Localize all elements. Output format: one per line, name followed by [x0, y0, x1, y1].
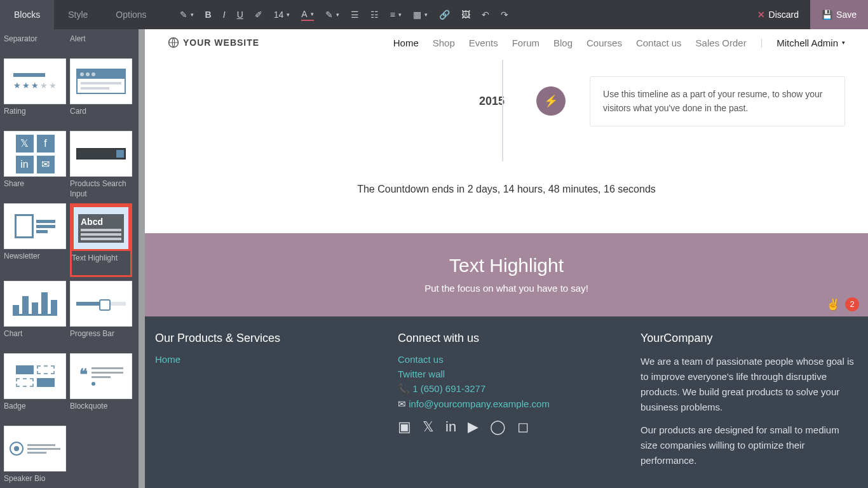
nav-shop[interactable]: Shop — [433, 37, 455, 48]
page-canvas: YOUR WEBSITE Home Shop Events Forum Blog… — [145, 29, 868, 488]
block-blockquote[interactable]: ❝Blockquote — [70, 353, 132, 422]
discard-button[interactable]: ✕Discard — [746, 0, 810, 29]
blocks-sidebar: Separator Alert ★★★★★Rating Card 𝕏fin✉Sh… — [0, 29, 145, 488]
editor-toolbar: Blocks Style Options ✎▾ B I U ✐ 14▾ A▾ ✎… — [0, 0, 868, 29]
toolbar-tabs: Blocks Style Options — [0, 0, 161, 29]
social-icons: ▣ 𝕏 in ▶ ◯ ◻ — [398, 419, 615, 435]
email-icon: ✉ — [398, 398, 406, 409]
footer-connect: Connect with us Contact us Twitter wall … — [398, 332, 615, 476]
timeline-item[interactable]: 2015 ⚡ Use this timeline as a part of yo… — [479, 60, 845, 126]
linkedin-icon[interactable]: in — [445, 419, 456, 435]
globe-icon — [168, 37, 179, 48]
block-chart[interactable]: Chart — [4, 281, 66, 349]
redo-icon[interactable]: ↷ — [501, 10, 508, 20]
nav-divider: | — [761, 37, 763, 48]
timeline-section: 2015 ⚡ Use this timeline as a part of yo… — [145, 60, 868, 165]
italic-icon[interactable]: I — [223, 10, 226, 20]
block-text-highlight[interactable]: AbcdText Highlight — [70, 203, 132, 277]
bolt-icon: ⚡ — [544, 94, 558, 108]
nav-home[interactable]: Home — [393, 37, 419, 48]
image-icon[interactable]: 🖼 — [461, 10, 470, 20]
footer-products: Our Products & Services Home — [155, 332, 372, 476]
save-icon: 💾 — [822, 10, 832, 20]
highlight-title: Text Highlight — [145, 255, 868, 276]
footer-connect-title: Connect with us — [398, 332, 615, 345]
table-icon[interactable]: ▦▾ — [413, 10, 428, 20]
footer-products-title: Our Products & Services — [155, 332, 372, 345]
footer-about: YourCompany We are a team of passionate … — [641, 332, 858, 476]
tab-blocks[interactable]: Blocks — [0, 0, 54, 29]
highlight-badges: ✌️ 2 — [826, 297, 859, 311]
countdown-text[interactable]: The Countdown ends in 2 days, 14 hours, … — [145, 165, 868, 233]
timeline-card[interactable]: Use this timeline as a part of your resu… — [590, 76, 845, 126]
block-rating[interactable]: ★★★★★Rating — [4, 58, 66, 127]
underline-icon[interactable]: U — [237, 10, 243, 20]
notification-count[interactable]: 2 — [845, 297, 859, 311]
sidebar-scrollbar[interactable] — [139, 29, 145, 488]
timeline-axis — [502, 60, 503, 161]
font-color-icon[interactable]: A▾ — [301, 9, 313, 21]
instagram-icon[interactable]: ◻ — [517, 419, 529, 435]
timeline-dot: ⚡ — [536, 86, 566, 116]
clear-format-icon[interactable]: ✐ — [255, 10, 262, 20]
footer-phone[interactable]: 1 (650) 691-3277 — [412, 383, 485, 394]
footer-link-contact[interactable]: Contact us — [398, 354, 444, 365]
block-share[interactable]: 𝕏fin✉Share — [4, 131, 66, 200]
block-products-search[interactable]: Products Search Input — [70, 131, 132, 200]
block-separator[interactable]: Separator — [4, 34, 66, 55]
link-icon[interactable]: 🔗 — [439, 10, 450, 20]
footer-about-title: YourCompany — [641, 332, 858, 345]
youtube-icon[interactable]: ▶ — [468, 419, 478, 435]
block-alert[interactable]: Alert — [70, 34, 132, 55]
unordered-list-icon[interactable]: ☰ — [351, 10, 359, 20]
highlight-color-icon[interactable]: ✎▾ — [325, 10, 339, 20]
chevron-down-icon: ▾ — [842, 39, 845, 46]
block-badge[interactable]: Badge — [4, 353, 66, 422]
peace-emoji-icon[interactable]: ✌️ — [826, 297, 840, 311]
close-icon: ✕ — [757, 10, 765, 20]
facebook-icon[interactable]: ▣ — [398, 419, 411, 435]
footer-link-home[interactable]: Home — [155, 354, 180, 365]
highlight-subtitle: Put the focus on what you have to say! — [145, 283, 868, 294]
site-nav: Home Shop Events Forum Blog Courses Cont… — [393, 37, 845, 48]
site-header: YOUR WEBSITE Home Shop Events Forum Blog… — [145, 29, 868, 60]
tab-style[interactable]: Style — [54, 0, 102, 29]
brand[interactable]: YOUR WEBSITE — [168, 37, 259, 48]
nav-sales-order[interactable]: Sales Order — [696, 37, 747, 48]
save-button[interactable]: 💾Save — [810, 0, 868, 29]
block-progress-bar[interactable]: Progress Bar — [70, 281, 132, 349]
github-icon[interactable]: ◯ — [490, 419, 506, 435]
user-menu[interactable]: Mitchell Admin▾ — [776, 37, 845, 48]
footer-link-twitter[interactable]: Twitter wall — [398, 369, 445, 379]
nav-forum[interactable]: Forum — [512, 37, 539, 48]
ordered-list-icon[interactable]: ☷ — [370, 10, 379, 20]
footer-about-p1: We are a team of passionate people whose… — [641, 354, 858, 415]
text-highlight-block[interactable]: Text Highlight Put the focus on what you… — [145, 233, 868, 316]
footer-about-p2: Our products are designed for small to m… — [641, 423, 858, 468]
nav-courses[interactable]: Courses — [587, 37, 622, 48]
block-card[interactable]: Card — [70, 58, 132, 127]
nav-blog[interactable]: Blog — [553, 37, 573, 48]
tab-options[interactable]: Options — [102, 0, 160, 29]
formatting-tools: ✎▾ B I U ✐ 14▾ A▾ ✎▾ ☰ ☷ ≡▾ ▦▾ 🔗 🖼 ↶ ↷ — [161, 9, 746, 21]
nav-contact[interactable]: Contact us — [636, 37, 682, 48]
block-speaker-bio[interactable]: Speaker Bio — [4, 426, 66, 488]
footer-email[interactable]: info@yourcompany.example.com — [409, 398, 550, 409]
twitter-icon[interactable]: 𝕏 — [423, 419, 434, 435]
nav-events[interactable]: Events — [469, 37, 498, 48]
bold-icon[interactable]: B — [205, 10, 212, 20]
magic-wand-icon[interactable]: ✎▾ — [180, 10, 194, 20]
timeline-year: 2015 — [479, 95, 505, 108]
site-footer: Our Products & Services Home Connect wit… — [145, 316, 868, 488]
undo-icon[interactable]: ↶ — [482, 10, 489, 20]
font-size-picker[interactable]: 14▾ — [274, 10, 290, 20]
phone-icon: 📞 — [398, 383, 410, 394]
block-newsletter[interactable]: Newsletter — [4, 203, 66, 277]
align-icon[interactable]: ≡▾ — [390, 10, 402, 20]
